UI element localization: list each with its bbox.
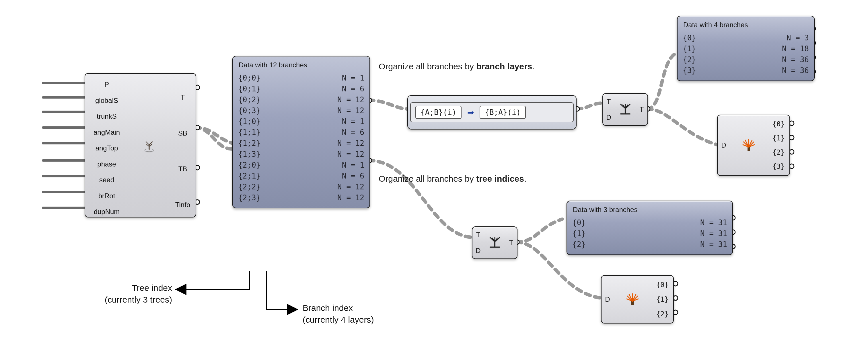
explode-tree-icon <box>742 138 755 152</box>
panel-title: Data with 4 branches <box>683 21 808 29</box>
explode-top-out-2: {2} <box>773 148 785 157</box>
svg-point-22 <box>673 310 678 315</box>
cluster-out-SB: SB <box>178 127 187 140</box>
cluster-component[interactable]: P globalS trunkS angMain angTop phase se… <box>85 73 196 217</box>
svg-point-21 <box>673 296 678 300</box>
cluster-in-dupNum: dupNum <box>94 205 120 218</box>
explode-top-out-1: {1} <box>773 134 785 142</box>
explode-bot-in-D: D <box>605 296 610 304</box>
annotation-branch-index: Branch index (currently 4 layers) <box>303 302 374 325</box>
cluster-out-Tinfo: Tinfo <box>175 198 190 211</box>
tree-cluster-icon <box>143 139 156 152</box>
flatten-top-out-T: T <box>640 103 644 116</box>
flatten-top-in-D: D <box>606 111 611 124</box>
svg-point-13 <box>789 121 794 126</box>
cluster-in-phase: phase <box>97 158 116 171</box>
panel-4-branches[interactable]: Data with 4 branches {0}N = 3 {1}N = 18 … <box>677 16 815 81</box>
svg-point-20 <box>673 281 678 286</box>
note-branch-layers: Organize all branches by branch layers. <box>379 62 535 71</box>
cluster-out-TB: TB <box>179 163 187 176</box>
cluster-out-T: T <box>181 91 185 104</box>
panel-rows: {0}N = 31 {1}N = 31 {2}N = 31 <box>572 217 727 250</box>
svg-point-14 <box>789 135 794 140</box>
panel-title: Data with 3 branches <box>573 206 726 214</box>
explode-top-out-3: {3} <box>773 163 785 171</box>
flatten-bot-in-T: T <box>476 228 480 242</box>
note-tree-indices: Organize all branches by tree indices. <box>379 174 526 184</box>
flatten-tree-bottom[interactable]: T D T <box>472 227 518 259</box>
cluster-in-trunkS: trunkS <box>97 110 117 123</box>
explode-bot-out-1: {1} <box>656 296 669 304</box>
explode-bot-out-2: {2} <box>656 310 669 318</box>
explode-top-out-0: {0} <box>773 120 785 128</box>
explode-tree-bottom[interactable]: D {0} {1} {2} <box>601 275 674 323</box>
explode-top-in-D: D <box>721 141 726 149</box>
panel-12-branches[interactable]: Data with 12 branches {0;0}N = 1 {0;1}N … <box>232 56 370 208</box>
flatten-bot-out-T: T <box>509 236 514 249</box>
explode-tree-icon <box>626 293 640 306</box>
cluster-in-angTop: angTop <box>95 142 118 155</box>
path-mapper-component[interactable]: {A;B}(i) ➡ {B;A}(i) <box>407 95 577 130</box>
flatten-tree-icon <box>619 103 632 116</box>
cluster-in-globalS: globalS <box>95 94 118 107</box>
explode-tree-top[interactable]: D {0} {1} {2} {3} <box>717 115 790 176</box>
flatten-bot-in-D: D <box>475 244 480 257</box>
annotation-tree-index: Tree index (currently 3 trees) <box>80 282 172 305</box>
explode-bot-out-0: {0} <box>656 281 669 289</box>
pathmap-target[interactable]: {B;A}(i) <box>479 106 526 119</box>
pathmap-source[interactable]: {A;B}(i) <box>415 106 462 119</box>
cluster-in-P: P <box>104 78 109 91</box>
panel-rows: {0}N = 3 {1}N = 18 {2}N = 36 {3}N = 36 <box>683 32 809 76</box>
panel-rows: {0;0}N = 1 {0;1}N = 6 {0;2}N = 12 {0;3}N… <box>238 72 364 203</box>
svg-rect-24 <box>747 147 750 151</box>
panel-title: Data with 12 branches <box>239 61 364 69</box>
flatten-tree-top[interactable]: T D T <box>602 93 648 126</box>
flatten-tree-icon <box>488 236 501 249</box>
flatten-top-in-T: T <box>607 95 611 108</box>
panel-3-branches[interactable]: Data with 3 branches {0}N = 31 {1}N = 31… <box>566 201 733 255</box>
svg-rect-25 <box>631 301 633 305</box>
cluster-in-brRot: brRot <box>98 190 115 203</box>
cluster-in-seed: seed <box>99 173 114 186</box>
arrow-right-icon: ➡ <box>467 108 474 117</box>
svg-point-16 <box>789 164 794 169</box>
cluster-in-angMain: angMain <box>94 126 120 139</box>
svg-point-15 <box>789 149 794 154</box>
